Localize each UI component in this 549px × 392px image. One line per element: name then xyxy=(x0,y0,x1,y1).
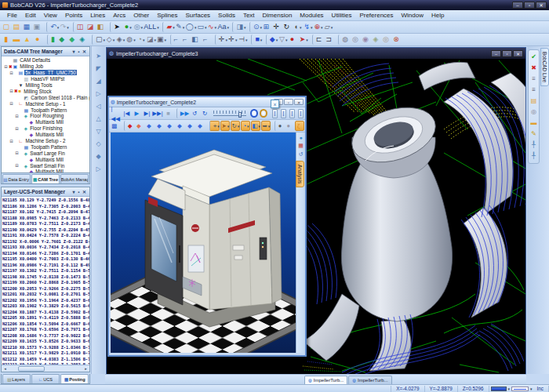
playback-button[interactable]: ▶▶| xyxy=(152,108,162,118)
dock-toolbar-button[interactable]: ≡ xyxy=(532,75,536,83)
toolbar-button[interactable]: ◈▾ xyxy=(373,34,382,45)
menu-item[interactable]: Points xyxy=(61,11,86,20)
manager-tab[interactable]: ▤Data Entry xyxy=(2,174,31,183)
tree-node[interactable]: ⊟ ✖ ▼ Milling Tools xyxy=(2,82,89,89)
vertical-toolbar-button[interactable]: ◤ xyxy=(96,65,100,74)
expand-collapse-icon[interactable]: ⊟ xyxy=(14,114,20,118)
playback-button[interactable]: |◀◀ xyxy=(111,108,122,118)
toolbar-button[interactable]: ▦▾ xyxy=(24,22,33,32)
playback-button[interactable]: ▶▶ xyxy=(176,108,189,118)
toolbar-button[interactable]: ◆▾ xyxy=(58,34,67,45)
toolbar-button[interactable]: ◪▾ xyxy=(147,34,156,45)
dock-toolbar-button[interactable]: ≡ xyxy=(532,86,536,94)
toolbar-button[interactable]: ◔▾ xyxy=(136,34,146,45)
display-button[interactable]: ◆▾ xyxy=(197,121,206,131)
menu-item[interactable]: Surfaces xyxy=(182,11,215,20)
maximize-button[interactable]: ▫ xyxy=(524,2,535,9)
tree-node[interactable]: ⊟ ✖ ▤ 5x_Haas_TT_UMC750 xyxy=(2,70,89,76)
toolbar-button[interactable]: ◆▾ xyxy=(68,34,78,45)
panel-header-buttons[interactable]: ▾ ▪ ✕ xyxy=(73,189,88,194)
toolbar-button[interactable]: ↶▾ xyxy=(46,22,59,32)
toolbar-button[interactable]: ↻▾ xyxy=(283,22,293,32)
toolbar-button[interactable]: ⊞▾ xyxy=(263,22,272,32)
document-tab[interactable]: ◍ImpellerTurb... xyxy=(348,376,391,384)
menu-item[interactable]: Window xyxy=(398,11,427,20)
vertical-toolbar-button[interactable]: ◇ xyxy=(96,140,100,149)
post-tab[interactable]: ▦Posting xyxy=(60,374,89,383)
toolbar-button[interactable]: ✛▾ xyxy=(228,34,238,45)
close-button[interactable]: ✕ xyxy=(536,2,547,9)
spindle-gauge-icon[interactable] xyxy=(250,109,258,118)
toolbar-button[interactable]: ▱▾ xyxy=(324,22,333,32)
toolbar-button[interactable]: ⊐▾ xyxy=(325,34,335,45)
menu-item[interactable]: Utilities xyxy=(328,11,356,20)
display-button[interactable]: ◆▾ xyxy=(176,121,186,131)
menu-item[interactable]: Solids xyxy=(214,11,239,20)
display-button[interactable]: ➥▾ xyxy=(261,121,271,131)
menu-item[interactable]: Preferences xyxy=(355,11,397,20)
toolbar-button[interactable]: ▲▾ xyxy=(24,34,33,45)
vertical-toolbar-button[interactable]: ▷ xyxy=(96,90,100,99)
menu-item[interactable]: Dimension xyxy=(259,11,296,20)
toolbar-button[interactable]: ●▾ xyxy=(34,34,43,45)
slider-thumb[interactable] xyxy=(238,112,242,118)
sim-strip-button[interactable]: ↺ xyxy=(296,151,305,158)
display-button[interactable]: ζ▾ xyxy=(295,121,304,131)
scroll-right-arrow[interactable]: ▸ xyxy=(82,366,89,371)
nc-code-list[interactable]: N21185 X0.129 Y-2.7249 Z-0.1556 B-48.40N… xyxy=(2,197,89,365)
toolbar-button[interactable]: ●▾ xyxy=(289,34,298,45)
toolbar-button[interactable]: ◎▾ xyxy=(352,34,362,45)
status-inc-mode[interactable]: Inc xyxy=(533,386,549,392)
vertical-toolbar-button[interactable]: ➤ xyxy=(96,53,101,61)
expand-collapse-icon[interactable]: ⊟ xyxy=(9,89,14,93)
toolbar-button[interactable]: ◯▾ xyxy=(186,22,197,32)
toolbar-button[interactable]: ⌐▾ xyxy=(170,34,181,45)
tree-node[interactable]: ⊟ ✖ ■ Milling Stock xyxy=(2,88,89,94)
expand-collapse-icon[interactable]: ⊟ xyxy=(14,126,20,131)
floating-close-button[interactable]: x xyxy=(271,100,279,108)
dock-toolbar-button[interactable]: ╀ xyxy=(532,152,536,160)
horizontal-scrollbar[interactable]: ◂ ▸ xyxy=(2,365,89,372)
sim-restore-button[interactable]: ▫ xyxy=(284,99,293,105)
toolbar-button[interactable]: ▤▾ xyxy=(13,22,23,32)
vertical-toolbar-button[interactable]: ▷ xyxy=(96,165,100,174)
display-button[interactable]: ➤▾ xyxy=(220,121,230,131)
vertical-toolbar-button[interactable]: ◁ xyxy=(96,103,100,111)
sim-close-button[interactable]: ✕ xyxy=(294,99,304,105)
display-button[interactable]: ◆▾ xyxy=(146,121,155,131)
menu-item[interactable]: Modules xyxy=(296,11,327,20)
mdi-close-button[interactable]: ✕ xyxy=(513,50,523,57)
toolbar-button[interactable]: ✛▾ xyxy=(273,22,282,32)
toolbar-button[interactable]: ◫▾ xyxy=(73,22,86,32)
expand-collapse-icon[interactable]: ⊟ xyxy=(3,64,9,69)
axis-slider[interactable]: ┇ xyxy=(298,109,304,118)
display-button[interactable]: ◧▾ xyxy=(251,121,260,131)
display-button[interactable]: ◆▾ xyxy=(124,121,135,131)
toolbar-button[interactable]: ⌐▾ xyxy=(202,34,211,45)
toolbar-button[interactable]: ▬▾ xyxy=(13,34,24,45)
toolbar-button[interactable]: ◧▾ xyxy=(97,22,107,32)
toolbar-button[interactable]: ▮▾ xyxy=(3,34,13,45)
menu-item[interactable]: Lines xyxy=(86,11,109,20)
playback-button[interactable]: ■ xyxy=(163,108,173,118)
toolbar-button[interactable]: ⊣▾ xyxy=(238,34,248,45)
toolbar-button[interactable]: ●▾ xyxy=(123,22,133,32)
toolbar-button[interactable]: ◧▾ xyxy=(191,34,201,45)
toolbar-button[interactable]: ⊏▾ xyxy=(312,34,325,45)
tree-node[interactable]: ⊟ ✖ ▦ Toolpath Pattern xyxy=(2,107,89,113)
toolbar-button[interactable]: ◍▾ xyxy=(126,34,136,45)
dock-toolbar-button[interactable]: ▬ xyxy=(531,119,537,127)
expand-collapse-icon[interactable]: ⊟ xyxy=(9,71,14,75)
tree-node[interactable]: ⊟ ✖ ◩ Carbon Steel 1018 - Plain (100-125… xyxy=(2,94,89,100)
scrollbar-thumb[interactable] xyxy=(18,366,45,372)
expand-collapse-icon[interactable]: ⊟ xyxy=(9,139,14,143)
menu-item[interactable]: Splines xyxy=(153,11,181,20)
toolbar-button[interactable]: ■▾ xyxy=(251,34,262,45)
tab-analysis[interactable]: Analysis xyxy=(296,161,304,187)
playback-button[interactable]: ↺ xyxy=(190,108,199,118)
toolbar-button[interactable]: ◎▾ xyxy=(383,34,392,45)
tree-node[interactable]: ⊟ ✖ ∟ Machine Setup - 1 xyxy=(2,100,89,107)
vertical-toolbar-button[interactable]: ◆ xyxy=(96,153,100,162)
display-button[interactable]: ◆▾ xyxy=(156,121,165,131)
color-dropdown-caret[interactable]: ▾ xyxy=(508,387,511,391)
